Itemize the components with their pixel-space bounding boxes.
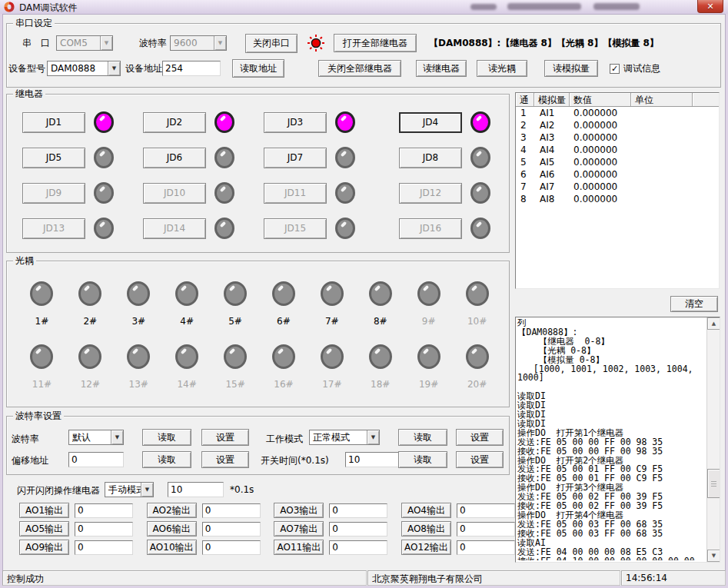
ao-value-input[interactable] — [75, 540, 133, 555]
offset-read-button[interactable]: 读取 — [142, 451, 191, 468]
relay-led-indicator — [470, 147, 490, 168]
ao-value-input[interactable] — [202, 522, 261, 537]
read-address-button[interactable]: 读取地址 — [232, 59, 284, 78]
scrollbar-thumb[interactable] — [707, 469, 720, 498]
scroll-down-icon: ▼ — [712, 553, 716, 559]
switch-time-set-button[interactable]: 设置 — [456, 451, 504, 468]
column-header-unit[interactable]: 单位 — [631, 93, 693, 106]
offset-set-button[interactable]: 设置 — [201, 451, 249, 468]
relay-button[interactable]: JD7 — [264, 148, 327, 168]
log-scrollbar[interactable]: ▲ ▼ — [706, 317, 720, 562]
ao-value-input[interactable] — [457, 503, 515, 518]
opto-item: 11# — [18, 344, 66, 390]
table-row[interactable]: 4 AI4 0.000000 — [516, 144, 719, 156]
relay-button[interactable]: JD6 — [143, 148, 206, 168]
close-button[interactable]: ✕ — [697, 0, 723, 13]
column-header-value[interactable]: 数值 — [570, 93, 631, 106]
relay-button[interactable]: JD8 — [399, 148, 462, 168]
ao-output-button[interactable]: AO6输出 — [147, 521, 197, 537]
table-row[interactable]: 2 AI2 0.000000 — [516, 119, 719, 131]
relay-button: JD16 — [399, 218, 462, 239]
relay-legend: 继电器 — [13, 88, 45, 99]
ao-value-input[interactable] — [329, 503, 387, 518]
offset-address-input[interactable] — [68, 452, 124, 467]
column-header-channel[interactable]: 通 — [516, 93, 534, 106]
table-row[interactable]: 6 AI6 0.000000 — [516, 168, 719, 181]
relay-button[interactable]: JD5 — [22, 148, 85, 168]
ao-value-input[interactable] — [329, 540, 387, 555]
ao-value-input[interactable] — [75, 522, 133, 537]
flash-time-input[interactable] — [168, 482, 224, 497]
work-mode-select[interactable]: 正常模式 ▼ — [309, 430, 380, 445]
opto-item: 4# — [163, 281, 211, 327]
opto-label: 14# — [177, 379, 196, 390]
scroll-up-icon: ▲ — [712, 321, 716, 327]
ao-value-input[interactable] — [457, 522, 515, 537]
opto-label: 11# — [32, 379, 52, 390]
work-mode-set-button[interactable]: 设置 — [456, 429, 504, 446]
column-header-analog[interactable]: 模拟量 — [534, 93, 570, 106]
device-model-select[interactable]: DAM0888 ▼ — [47, 61, 121, 76]
flash-mode-select[interactable]: 手动模式 ▼ — [105, 482, 154, 497]
ao-cell: AO3输出 — [274, 503, 387, 518]
debug-info-checkbox[interactable]: ✓ — [610, 64, 620, 74]
opto-led-indicator — [175, 344, 198, 369]
table-row[interactable]: 3 AI3 0.000000 — [516, 131, 719, 144]
opto-led-indicator — [224, 281, 247, 306]
ao-output-button[interactable]: AO8输出 — [401, 521, 451, 537]
opto-label: 3# — [131, 316, 145, 327]
status-bar: 控制成功 北京聚英翱翔电子有限公司 14:56:14 — [2, 570, 726, 586]
relay-cell: JD5 — [22, 147, 143, 168]
opto-item: 17# — [307, 344, 356, 390]
scroll-down-button[interactable]: ▼ — [707, 550, 720, 562]
opto-label: 10# — [467, 316, 487, 327]
baudrate-select[interactable]: 默认 ▼ — [68, 430, 124, 445]
ao-output-button[interactable]: AO4输出 — [401, 503, 451, 518]
table-row[interactable]: 8 AI8 0.000000 — [516, 193, 719, 205]
ao-value-input[interactable] — [202, 540, 261, 555]
chevron-down-icon: ▼ — [108, 61, 120, 75]
ao-cell: AO5输出 — [19, 521, 133, 537]
device-address-input[interactable] — [162, 61, 221, 76]
read-opto-button[interactable]: 读光耦 — [477, 60, 527, 77]
ao-output-button[interactable]: AO7输出 — [274, 521, 324, 537]
close-port-button[interactable]: 关闭串口 — [245, 34, 298, 53]
table-row[interactable]: 1 AI1 0.000000 — [516, 107, 719, 119]
clear-log-button[interactable]: 清空 — [670, 296, 718, 312]
table-row[interactable]: 5 AI5 0.000000 — [516, 156, 719, 168]
read-relays-button[interactable]: 读继电器 — [416, 60, 467, 77]
ao-output-button[interactable]: AO3输出 — [274, 503, 324, 518]
model-label: 设备型号 — [8, 62, 45, 75]
work-mode-read-button[interactable]: 读取 — [398, 429, 447, 446]
relay-button[interactable]: JD4 — [399, 112, 462, 133]
ao-output-button[interactable]: AO2输出 — [147, 503, 197, 518]
baudrate-read-button[interactable]: 读取 — [142, 429, 191, 446]
ao-value-input[interactable] — [75, 503, 133, 518]
opto-item: 9# — [404, 281, 453, 327]
read-analog-button[interactable]: 读模拟量 — [544, 60, 598, 77]
ao-output-button[interactable]: AO11输出 — [274, 540, 324, 555]
baudrate-set-button[interactable]: 设置 — [201, 429, 249, 446]
relay-button[interactable]: JD3 — [264, 112, 327, 133]
switch-time-read-button[interactable]: 读取 — [398, 451, 447, 468]
close-all-relays-button[interactable]: 关闭全部继电器 — [318, 60, 401, 77]
relay-button[interactable]: JD2 — [143, 112, 206, 133]
ao-output-button[interactable]: AO12输出 — [401, 540, 451, 555]
opto-label: 17# — [322, 379, 341, 390]
log-text: 列【DAM0888】: 【继电器 0-8】 【光耦 0-8】 【模拟量 0-8】… — [517, 319, 705, 560]
ao-value-input[interactable] — [202, 503, 261, 518]
ao-output-button[interactable]: AO10输出 — [147, 540, 197, 555]
open-all-relays-button[interactable]: 打开全部继电器 — [334, 34, 417, 52]
ao-value-input[interactable] — [457, 540, 515, 555]
ao-value-input[interactable] — [329, 522, 387, 537]
switch-time-input[interactable] — [345, 452, 399, 467]
relay-button: JD11 — [264, 183, 327, 204]
relay-button[interactable]: JD1 — [22, 112, 85, 133]
opto-item: 8# — [356, 281, 404, 327]
baud-rate-select: 9600 ▼ — [170, 35, 227, 51]
ao-output-button[interactable]: AO5输出 — [19, 521, 69, 537]
ao-output-button[interactable]: AO9输出 — [19, 540, 69, 555]
ao-output-button[interactable]: AO1输出 — [19, 503, 69, 518]
scroll-up-button[interactable]: ▲ — [707, 317, 720, 330]
table-row[interactable]: 7 AI7 0.000000 — [516, 181, 719, 193]
